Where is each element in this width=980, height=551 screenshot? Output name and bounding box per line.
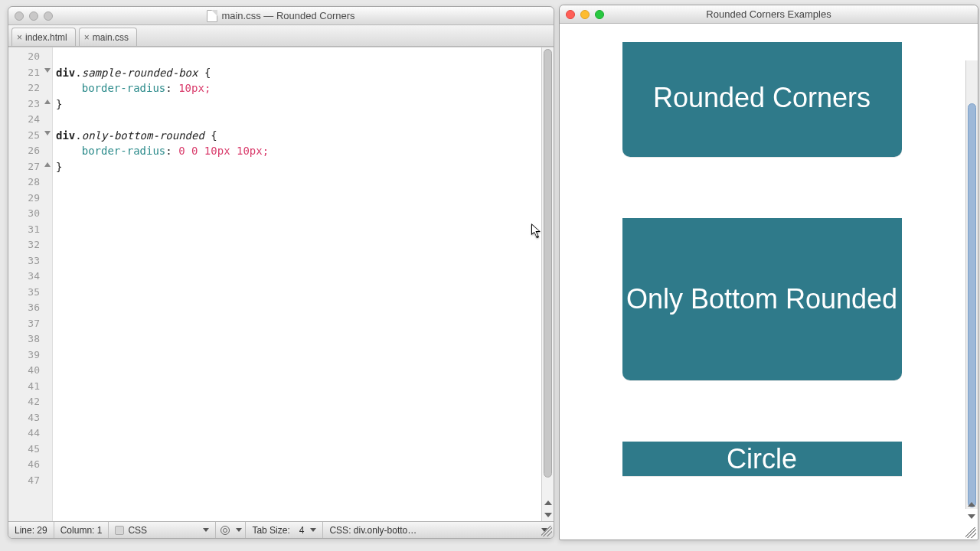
code-line[interactable] (56, 269, 550, 285)
status-language-text: CSS (128, 525, 147, 536)
scroll-up-icon[interactable] (965, 498, 978, 510)
status-scope-text: CSS: div.only-botto… (329, 525, 416, 536)
code-line[interactable] (56, 222, 550, 238)
code-line[interactable] (56, 285, 550, 301)
fold-marker-icon[interactable] (44, 162, 51, 167)
status-column: Column: 1 (54, 522, 109, 538)
traffic-lights (8, 11, 53, 21)
editor-titlebar[interactable]: main.css — Rounded Corners (8, 7, 554, 25)
line-number: 35 (8, 285, 52, 301)
editor-scrollbar[interactable] (541, 47, 554, 521)
close-icon[interactable] (15, 11, 24, 21)
example-rounded-corners: Rounded Corners (622, 42, 902, 157)
line-number: 22 (8, 80, 52, 96)
example-circle: Circle (622, 442, 902, 476)
tab-main-css[interactable]: × main.css (79, 28, 137, 46)
code-line[interactable] (56, 191, 550, 207)
code-line[interactable] (56, 442, 550, 458)
fold-marker-icon[interactable] (44, 99, 51, 104)
status-tabsize-value: 4 (299, 525, 305, 536)
code-line[interactable]: } (56, 96, 550, 112)
fold-marker-icon[interactable] (44, 68, 51, 73)
code-line[interactable] (56, 410, 550, 426)
browser-title-text: Rounded Corners Examples (706, 8, 831, 20)
fold-marker-icon[interactable] (44, 131, 51, 135)
code-line[interactable] (56, 49, 550, 65)
status-scope[interactable]: CSS: div.only-botto… (323, 522, 554, 538)
close-icon[interactable]: × (17, 32, 22, 43)
status-language[interactable]: CSS (109, 522, 216, 538)
browser-titlebar[interactable]: Rounded Corners Examples (560, 5, 978, 24)
code-line[interactable]: border-radius: 0 0 10px 10px; (56, 143, 550, 159)
line-number: 32 (8, 237, 52, 253)
line-number: 28 (8, 174, 52, 191)
code-line[interactable] (56, 174, 550, 191)
chevron-down-icon (310, 528, 316, 532)
line-number: 38 (8, 331, 52, 347)
line-number: 31 (8, 222, 52, 238)
line-number: 43 (8, 410, 52, 426)
code-line[interactable] (56, 253, 550, 269)
code-line[interactable]: } (56, 159, 550, 175)
browser-scrollbar[interactable] (965, 60, 978, 509)
minimize-icon[interactable] (29, 11, 38, 21)
close-icon[interactable]: × (84, 32, 90, 43)
scrollbar-thumb[interactable] (544, 49, 552, 478)
resize-handle-icon[interactable] (965, 527, 976, 538)
line-number: 23 (8, 96, 52, 112)
line-number: 25 (8, 128, 52, 144)
line-number: 46 (8, 457, 52, 473)
line-number: 34 (8, 269, 52, 285)
code-line[interactable] (56, 331, 550, 347)
browser-window: Rounded Corners Examples Rounded Corners… (559, 5, 978, 540)
chevron-down-icon (236, 528, 242, 532)
page-content[interactable]: Rounded Corners Only Bottom Rounded Circ… (560, 42, 964, 526)
chevron-down-icon (203, 528, 209, 532)
status-column-text: Column: 1 (60, 525, 103, 536)
line-number: 21 (8, 65, 52, 81)
resize-handle-icon[interactable] (541, 526, 552, 536)
file-icon (207, 10, 217, 22)
code-line[interactable] (56, 425, 550, 442)
line-number: 41 (8, 379, 52, 395)
scroll-up-icon[interactable] (542, 497, 554, 509)
status-tabsize[interactable]: Tab Size: 4 (246, 522, 323, 538)
code-line[interactable] (56, 363, 550, 379)
code-line[interactable] (56, 347, 550, 364)
language-icon (115, 526, 124, 535)
scroll-down-icon[interactable] (542, 509, 554, 521)
code-line[interactable] (56, 316, 550, 332)
code-line[interactable] (56, 300, 550, 316)
status-bar: Line: 29 Column: 1 CSS Tab Size: 4 CSS: … (8, 521, 554, 538)
tab-strip: × index.html × main.css (8, 25, 554, 47)
line-number: 39 (8, 347, 52, 364)
scroll-down-icon[interactable] (965, 510, 978, 523)
editor-title-text: main.css — Rounded Corners (221, 10, 354, 21)
code-line[interactable] (56, 237, 550, 253)
code-area[interactable]: div.sample-rounded-box { border-radius: … (53, 47, 554, 521)
status-line-text: Line: 29 (15, 525, 47, 536)
line-gutter: 2021222324252627282930313233343536373839… (8, 47, 53, 521)
code-line[interactable]: div.sample-rounded-box { (56, 65, 550, 81)
code-line[interactable] (56, 473, 550, 489)
code-line[interactable] (56, 379, 550, 395)
tab-index-html[interactable]: × index.html (11, 28, 76, 46)
code-line[interactable] (56, 206, 550, 222)
gear-icon (220, 526, 230, 535)
line-number: 20 (8, 49, 52, 65)
line-number: 44 (8, 425, 52, 442)
editor-title: main.css — Rounded Corners (8, 10, 554, 22)
line-number: 47 (8, 473, 52, 489)
editor-window: main.css — Rounded Corners × index.html … (8, 6, 554, 539)
code-line[interactable]: div.only-bottom-rounded { (56, 128, 550, 144)
status-line: Line: 29 (8, 522, 54, 538)
code-line[interactable] (56, 112, 550, 128)
code-line[interactable] (56, 457, 550, 473)
code-line[interactable] (56, 394, 550, 410)
browser-viewport: Rounded Corners Only Bottom Rounded Circ… (560, 42, 978, 540)
zoom-icon[interactable] (44, 11, 53, 21)
scrollbar-thumb[interactable] (968, 103, 976, 507)
line-number: 42 (8, 394, 52, 410)
code-line[interactable]: border-radius: 10px; (56, 80, 550, 96)
status-settings[interactable] (216, 522, 246, 538)
